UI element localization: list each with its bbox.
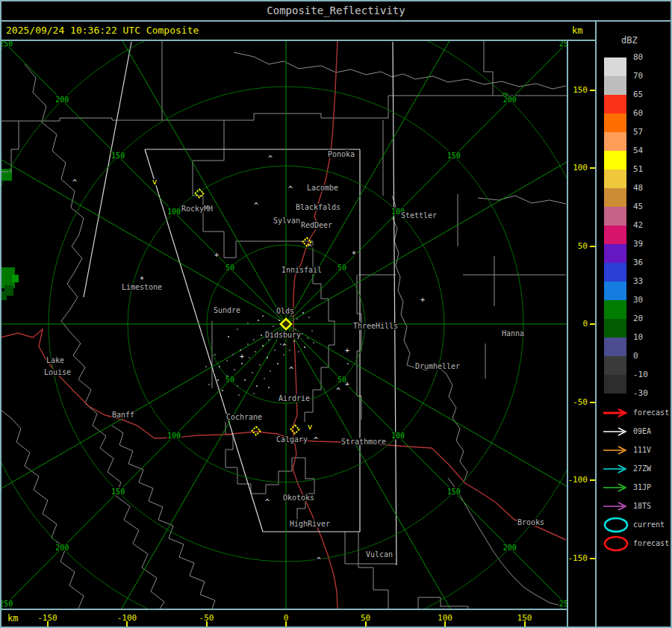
- town-point-marker: ^: [282, 343, 287, 351]
- bottom-axis-tick: [285, 621, 287, 627]
- city-label: Brooks: [517, 518, 544, 526]
- county-boundary-line: [448, 478, 566, 607]
- right-axis-tick: [590, 479, 595, 481]
- colorbar-swatch: [604, 76, 626, 95]
- range-ring-label: 150: [111, 152, 125, 160]
- titlebar-divider: [1, 20, 671, 22]
- clutter-speckle: [205, 366, 207, 367]
- colorbar-swatch: [604, 319, 626, 338]
- town-point-marker: +: [214, 251, 219, 259]
- colorbar-tick-label: 70: [633, 71, 643, 81]
- storm-arrow-marker: v: [152, 177, 158, 187]
- colorbar-swatch: [604, 57, 626, 76]
- range-ring-label: 150: [447, 488, 461, 496]
- right-axis-unit-label: km: [572, 25, 582, 36]
- clutter-speckle: [270, 370, 271, 372]
- clutter-speckle: [262, 345, 264, 346]
- county-boundary-line: [112, 426, 215, 609]
- forecast-arrow-icon: [602, 408, 632, 418]
- colorbar-tick-label: 65: [633, 90, 643, 99]
- timestamp-label: 2025/09/24 10:36:22 UTC Composite: [6, 25, 199, 36]
- clutter-speckle: [253, 339, 255, 341]
- bottom-axis-tick: [524, 621, 526, 627]
- clutter-speckle: [241, 363, 243, 364]
- current-ellipse-icon: [602, 516, 632, 534]
- legend-label: 18TS: [633, 502, 651, 510]
- clutter-speckle: [240, 349, 241, 351]
- colorbar-tick-label: 42: [633, 220, 643, 230]
- colorbar-tick-label: -10: [633, 370, 648, 379]
- right-axis-tick: [590, 167, 595, 169]
- clutter-speckle: [290, 315, 292, 317]
- 09EA-arrow-icon: [602, 426, 632, 437]
- range-ring-label: 100: [167, 432, 181, 440]
- range-ring-label: 150: [111, 488, 125, 496]
- colorbar-tick-label: 30: [633, 295, 643, 305]
- city-label: Didsbury: [265, 331, 301, 339]
- clutter-speckle: [226, 375, 228, 376]
- town-point-marker: +: [240, 352, 244, 361]
- site-diamond-marker: [290, 425, 299, 433]
- city-label: Drumheller: [415, 362, 460, 370]
- azimuth-radial: [286, 324, 567, 548]
- legend-label: 111V: [633, 446, 651, 454]
- town-point-marker: ^: [336, 387, 340, 395]
- right-axis-tick-label: 50: [556, 241, 588, 251]
- town-point-marker: ^: [265, 498, 270, 506]
- bottom-axis-unit-label: km: [7, 613, 18, 624]
- right-axis-tick: [590, 402, 595, 403]
- clutter-speckle: [295, 329, 296, 330]
- city-label: RockyMH: [181, 205, 213, 213]
- city-label: Hanna: [502, 329, 524, 338]
- range-ring-label: 50: [337, 264, 346, 272]
- colorbar-title: dBZ: [621, 35, 638, 46]
- colorbar-tick-label: 51: [633, 164, 643, 174]
- colorbar-tick-label: 10: [633, 332, 643, 342]
- clutter-speckle: [237, 385, 238, 387]
- colorbar-tick-label: -30: [633, 388, 648, 398]
- right-axis-tick-label: -150: [556, 553, 588, 563]
- clutter-speckle: [283, 354, 284, 355]
- town-point-marker: ^: [314, 436, 318, 444]
- city-label: Okotoks: [283, 494, 314, 502]
- bottom-axis-tick: [126, 621, 128, 627]
- town-point-marker: +: [345, 380, 349, 388]
- town-point-marker: *: [352, 250, 356, 258]
- clutter-speckle: [307, 338, 308, 339]
- clutter-speckle: [228, 336, 229, 338]
- clutter-speckle: [219, 366, 220, 367]
- range-ring-label: 200: [503, 96, 517, 104]
- colorbar-tick-label: 80: [633, 52, 643, 62]
- azimuth-radial: [1, 324, 286, 609]
- county-boundary-line: [484, 41, 493, 96]
- range-ring-label: 50: [225, 264, 234, 272]
- clutter-speckle: [256, 385, 258, 387]
- clutter-speckle: [308, 317, 310, 318]
- city-label: Ponoka: [328, 150, 355, 158]
- azimuth-radial: [286, 41, 567, 324]
- clutter-speckle: [302, 312, 304, 314]
- highway-line: [1, 329, 566, 540]
- right-axis-tick-label: -50: [556, 397, 588, 407]
- colorbar-swatch: [604, 338, 626, 356]
- clutter-speckle: [264, 378, 265, 379]
- county-boundary-line: [234, 52, 566, 89]
- clutter-speckle: [238, 394, 240, 396]
- clutter-speckle: [249, 357, 250, 358]
- colorbar-tick-label: 45: [633, 202, 643, 211]
- border-top: [0, 0, 672, 1]
- reflectivity-echo: [1, 291, 7, 300]
- county-boundary-line: [1, 409, 84, 609]
- colorbar-swatch: [604, 170, 626, 188]
- legend-panel: dBZ 807065605754514845423936333020100-10…: [597, 22, 671, 627]
- clutter-speckle: [214, 354, 216, 355]
- range-ring-label: 200: [55, 544, 69, 552]
- county-boundary-line: [193, 120, 313, 258]
- county-boundary-line: [1, 121, 19, 172]
- right-axis-tick: [590, 246, 595, 247]
- clutter-speckle: [298, 351, 299, 352]
- clutter-speckle: [232, 354, 234, 355]
- colorbar-tick-label: 33: [633, 276, 643, 286]
- 31JP-arrow-icon: [602, 482, 632, 493]
- clutter-speckle: [217, 379, 219, 381]
